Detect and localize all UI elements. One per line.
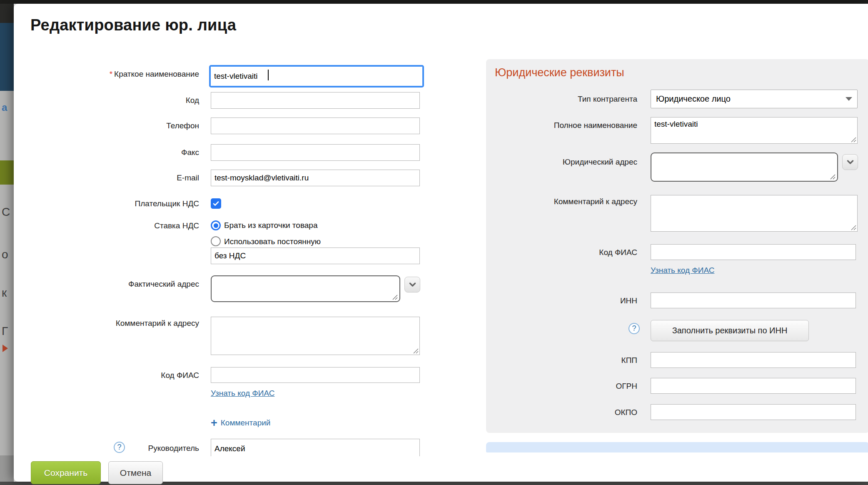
sidebar-letter-fragment: о (2, 248, 8, 261)
kpp-label: КПП (494, 355, 637, 365)
legal-address-field (651, 152, 838, 182)
sidebar-letter-fragment: к (2, 286, 7, 300)
vat-rate-option-from-card-label[interactable]: Брать из карточки товара (224, 221, 318, 230)
inn-input[interactable] (651, 292, 856, 308)
counterparty-type-value: Юридическое лицо (656, 94, 731, 104)
bank-details-panel-edge (486, 442, 868, 452)
background-banner-fragment (0, 23, 14, 91)
legal-address-comment-textarea[interactable] (651, 195, 858, 232)
inn-help-icon[interactable]: ? (629, 323, 640, 334)
background-top-bar (0, 0, 868, 4)
actual-address-dropdown-button[interactable] (404, 277, 420, 292)
checkmark-icon (212, 200, 220, 208)
okpo-input[interactable] (651, 404, 856, 420)
full-name-field: test-vletivaiti (651, 117, 858, 144)
short-name-field-focus-ring (209, 65, 424, 88)
sidebar-letter-fragment: С (2, 205, 10, 219)
vat-payer-checkbox[interactable] (211, 198, 221, 209)
email-input[interactable] (211, 170, 420, 186)
dropdown-arrow-icon (846, 97, 852, 101)
phone-label: Телефон (39, 121, 199, 131)
legal-address-comment-label: Комментарий к адресу (494, 197, 637, 207)
address-comment-field (211, 317, 420, 355)
head-label: Руководитель (39, 443, 199, 453)
dialog-title: Редактирование юр. лица (30, 16, 236, 34)
text-caret (268, 70, 269, 80)
legal-fias-code-input[interactable] (651, 244, 856, 260)
full-name-label: Полное наименование (494, 120, 637, 130)
radio-dot-icon (214, 223, 218, 228)
chevron-down-icon (409, 282, 416, 287)
actual-address-textarea[interactable] (211, 275, 400, 302)
ogrn-label: ОГРН (494, 381, 637, 391)
save-button[interactable]: Сохранить (31, 461, 101, 484)
counterparty-type-label: Тип контрагента (494, 94, 637, 104)
vat-rate-value-input[interactable] (211, 248, 420, 264)
legal-address-textarea[interactable] (651, 152, 838, 182)
legal-get-fias-code-link[interactable]: Узнать код ФИАС (651, 266, 714, 275)
red-arrow-icon (2, 345, 8, 352)
fax-input[interactable] (211, 144, 420, 161)
fill-by-inn-button[interactable]: Заполнить реквизиты по ИНН (651, 320, 809, 341)
fias-code-input[interactable] (211, 367, 420, 383)
head-field-clip (211, 439, 421, 456)
short-name-label: *Краткое наименование (39, 69, 199, 79)
required-asterisk: * (110, 70, 112, 78)
add-comment-label: Комментарий (221, 418, 271, 428)
vat-rate-label: Ставка НДС (39, 221, 199, 231)
background-header-fragment (0, 4, 14, 23)
cancel-button[interactable]: Отмена (108, 461, 163, 484)
legal-details-header: Юридические реквизиты (495, 66, 624, 79)
sidebar-letter-fragment: a (2, 102, 7, 113)
background-sidebar-fragment: a (0, 91, 14, 160)
chevron-down-icon (847, 160, 854, 164)
short-name-input[interactable] (211, 67, 422, 86)
email-label: E-mail (39, 173, 199, 183)
add-comment-link[interactable]: + Комментарий (211, 418, 270, 428)
kpp-input[interactable] (651, 352, 856, 368)
okpo-label: ОКПО (494, 408, 637, 418)
actual-address-field (211, 275, 400, 302)
background-sidebar-fragment (0, 455, 14, 482)
sidebar-letter-fragment: Г (2, 325, 8, 338)
address-comment-textarea[interactable] (211, 317, 420, 355)
background-green-button-fragment (0, 160, 14, 185)
counterparty-type-select[interactable]: Юридическое лицо (651, 90, 858, 108)
ogrn-input[interactable] (651, 378, 856, 394)
inn-label: ИНН (494, 296, 637, 306)
background-sidebar-fragment: С о к Г (0, 185, 14, 455)
legal-address-dropdown-button[interactable] (842, 154, 858, 170)
vat-rate-radio-from-card[interactable] (211, 220, 221, 230)
vat-payer-label: Плательщик НДС (39, 199, 199, 209)
legal-fias-code-label: Код ФИАС (494, 248, 637, 258)
full-name-textarea[interactable]: test-vletivaiti (651, 117, 858, 144)
plus-icon: + (211, 418, 217, 428)
page-background: a С о к Г Редактирование юр. лица *Кратк… (0, 0, 868, 485)
vat-rate-radio-constant[interactable] (211, 236, 221, 246)
vat-rate-option-constant-label[interactable]: Использовать постоянную (224, 237, 321, 246)
question-mark-glyph: ? (632, 324, 636, 333)
head-input[interactable] (211, 439, 420, 456)
get-fias-code-link[interactable]: Узнать код ФИАС (211, 389, 274, 398)
fax-label: Факс (39, 148, 199, 158)
actual-address-label: Фактический адрес (39, 279, 199, 289)
fias-code-label: Код ФИАС (39, 370, 199, 380)
code-label: Код (39, 95, 199, 105)
phone-input[interactable] (211, 118, 420, 134)
address-comment-label: Комментарий к адресу (39, 318, 199, 328)
edit-legal-entity-dialog: Редактирование юр. лица *Краткое наимено… (14, 4, 868, 482)
legal-address-comment-field (651, 195, 858, 232)
code-input[interactable] (211, 92, 420, 109)
legal-address-label: Юридический адрес (494, 157, 637, 167)
